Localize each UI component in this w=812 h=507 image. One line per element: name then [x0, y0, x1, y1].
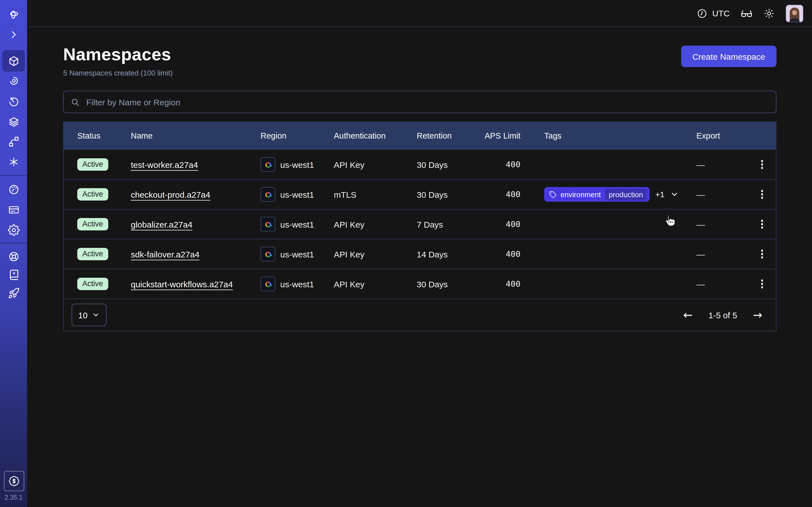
sidebar-item-getting-started[interactable] [0, 283, 27, 303]
page-size-select[interactable]: 10 [71, 304, 107, 326]
glasses-icon [741, 7, 753, 19]
tag-icon [549, 191, 557, 198]
col-aps-limit: APS Limit [481, 131, 520, 140]
temporal-logo-icon[interactable] [0, 4, 27, 24]
tag-pill: environment production [544, 187, 650, 202]
tag-key: environment [560, 190, 601, 199]
sidebar-item-nexus[interactable] [0, 152, 27, 172]
retention-cell: 30 Days [417, 160, 481, 169]
table-header: Status Name Region Authentication Retent… [64, 122, 776, 149]
chevron-down-icon [670, 190, 679, 199]
export-cell: — [696, 279, 754, 289]
cube-icon [8, 55, 19, 67]
credit-card-icon [8, 204, 19, 216]
namespace-link[interactable]: checkout-prod.a27a4 [131, 189, 210, 199]
namespace-link[interactable]: test-worker.a27a4 [131, 160, 198, 169]
tags-expand-button[interactable] [670, 190, 679, 199]
table-row: Active globalizer.a27a4 us-west1 API Key… [64, 209, 776, 239]
namespace-link[interactable]: globalizer.a27a4 [131, 219, 193, 229]
book-sparkle-icon [8, 269, 19, 280]
tags-more-count: +1 [656, 190, 665, 199]
rocket-icon [8, 287, 19, 299]
sidebar-item-namespaces[interactable] [0, 51, 27, 71]
status-badge: Active [77, 278, 108, 290]
region-label: us-west1 [280, 219, 314, 229]
credits-button[interactable] [4, 471, 24, 491]
gcp-icon [260, 157, 275, 172]
col-authentication: Authentication [334, 131, 417, 140]
region-label: us-west1 [280, 160, 314, 169]
next-page-button[interactable]: → [753, 309, 762, 321]
chevron-down-icon [92, 311, 100, 319]
gcp-icon [260, 247, 275, 262]
timezone-selector[interactable]: UTC [696, 8, 730, 19]
sidebar-divider [0, 175, 27, 176]
lifebuoy-icon [8, 250, 19, 262]
auth-cell: API Key [334, 160, 417, 169]
status-badge: Active [77, 188, 108, 201]
page-title: Namespaces [63, 43, 173, 66]
aps-cell: 400 [481, 160, 520, 169]
region-label: us-west1 [280, 189, 314, 199]
labs-toggle[interactable] [741, 7, 753, 19]
sidebar-item-usage[interactable] [0, 179, 27, 200]
col-name: Name [131, 131, 260, 140]
namespace-link[interactable]: sdk-failover.a27a4 [131, 249, 200, 259]
retention-cell: 14 Days [417, 249, 481, 259]
topbar: UTC [27, 0, 812, 27]
filter-input[interactable] [85, 97, 769, 107]
namespaces-table: Status Name Region Authentication Retent… [63, 122, 776, 331]
region-label: us-west1 [280, 279, 314, 289]
tag-value: production [605, 188, 647, 200]
auth-cell: API Key [334, 219, 417, 229]
page-subtitle: 5 Namespaces created (100 limit) [63, 69, 173, 77]
retention-cell: 30 Days [417, 189, 481, 199]
sidebar-item-deployments[interactable] [0, 112, 27, 132]
table-row: Active quickstart-workflows.a27a4 us-wes… [64, 269, 776, 298]
app-root: 2.35.1 UTC Namespaces 5 Namespaces creat… [0, 0, 812, 507]
kebab-menu-button[interactable] [758, 157, 767, 172]
sidebar-item-workflows[interactable] [0, 70, 27, 91]
sidebar-item-batch[interactable] [0, 131, 27, 152]
gear-icon [8, 224, 19, 236]
region-label: us-west1 [280, 249, 314, 259]
filter-bar [63, 91, 776, 113]
chevron-right-icon [8, 29, 19, 40]
create-namespace-button[interactable]: Create Namespace [681, 46, 776, 67]
timer-icon [8, 96, 19, 107]
kebab-menu-button[interactable] [758, 217, 767, 232]
theme-toggle[interactable] [763, 8, 775, 19]
table-row: Active sdk-failover.a27a4 us-west1 API K… [64, 239, 776, 269]
status-badge: Active [77, 218, 108, 230]
col-tags: Tags [520, 131, 696, 140]
search-icon [70, 97, 80, 107]
page-size-value: 10 [78, 310, 87, 320]
table-row: Active checkout-prod.a27a4 us-west1 mTLS… [64, 179, 776, 209]
branch-icon [8, 135, 19, 147]
sun-icon [763, 8, 775, 19]
sidebar-item-schedules[interactable] [0, 91, 27, 112]
sidebar-item-billing[interactable] [0, 200, 27, 220]
badge-dollar-icon [8, 475, 20, 487]
pagination-bar: 10 ← 1-5 of 5 → [64, 298, 776, 331]
sidebar-expand-button[interactable] [0, 24, 27, 45]
sidebar: 2.35.1 [0, 0, 27, 507]
sidebar-item-settings[interactable] [0, 220, 27, 240]
swirl-icon [8, 75, 19, 87]
sidebar-divider [0, 243, 27, 243]
aps-cell: 400 [481, 220, 520, 229]
sidebar-item-docs[interactable] [0, 264, 27, 284]
kebab-menu-button[interactable] [758, 187, 767, 202]
user-avatar[interactable] [785, 4, 804, 22]
export-cell: — [696, 249, 754, 259]
namespace-link[interactable]: quickstart-workflows.a27a4 [131, 279, 233, 289]
auth-cell: mTLS [334, 189, 417, 199]
auth-cell: API Key [334, 279, 417, 289]
kebab-menu-button[interactable] [758, 276, 767, 292]
timezone-label: UTC [712, 8, 730, 18]
table-row: Active test-worker.a27a4 us-west1 API Ke… [64, 149, 776, 179]
col-status: Status [77, 131, 131, 140]
kebab-menu-button[interactable] [758, 246, 767, 262]
prev-page-button[interactable]: ← [683, 309, 693, 321]
sidebar-item-support[interactable] [0, 246, 27, 267]
